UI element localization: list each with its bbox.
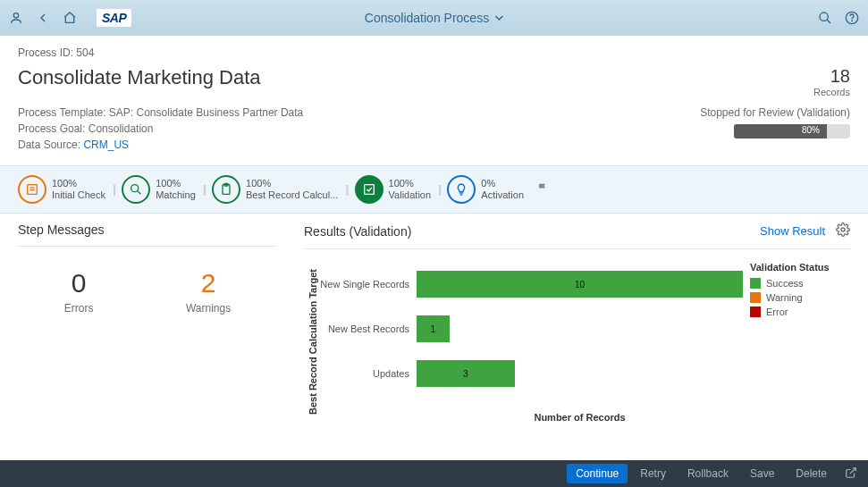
- process-goal: Process Goal: Consolidation: [18, 122, 303, 135]
- header-title: Consolidation Process: [365, 11, 489, 25]
- template-value: SAP: Consolidate Business Partner Data: [109, 106, 303, 119]
- process-train: 100%Initial Check || 100%Matching || 100…: [0, 165, 868, 214]
- template-label: Process Template:: [18, 106, 106, 119]
- bar-value: 3: [463, 369, 468, 379]
- bar-row: New Single Records 10: [318, 262, 743, 306]
- gear-icon[interactable]: [836, 223, 850, 239]
- step-text: 100%Initial Check: [52, 178, 105, 201]
- panel-title: Results (Validation): [304, 224, 411, 239]
- records-block: 18 Records: [813, 66, 850, 97]
- warnings-count: 2: [186, 268, 231, 298]
- bar-value: 10: [575, 280, 585, 290]
- legend-label: Warning: [766, 292, 803, 303]
- clipboard-icon: [212, 175, 240, 204]
- process-id: Process ID: 504: [18, 46, 850, 59]
- page-title: Consolidate Marketing Data: [18, 66, 260, 89]
- records-label: Records: [813, 87, 850, 97]
- back-icon[interactable]: [36, 11, 50, 25]
- step-matching[interactable]: 100%Matching: [122, 175, 196, 204]
- warnings-stat[interactable]: 2 Warnings: [186, 268, 231, 315]
- delete-button[interactable]: Delete: [787, 464, 836, 483]
- step-label: Matching: [156, 189, 196, 201]
- process-id-label: Process ID:: [18, 46, 73, 59]
- step-validation[interactable]: 100%Validation: [355, 175, 432, 204]
- footer-toolbar: Continue Retry Rollback Save Delete: [0, 460, 868, 487]
- bar-success[interactable]: 3: [417, 360, 515, 387]
- svg-point-0: [13, 13, 18, 18]
- header-right: [818, 11, 859, 25]
- svg-point-1: [820, 13, 828, 21]
- lightbulb-icon: [447, 175, 476, 204]
- bar-success[interactable]: 10: [417, 271, 743, 298]
- step-pct: 100%: [52, 178, 105, 189]
- legend-item-warning[interactable]: Warning: [750, 292, 850, 303]
- app-header: SAP Consolidation Process: [0, 0, 868, 36]
- bar-category: New Best Records: [318, 323, 417, 334]
- bar-area: 10: [417, 271, 743, 298]
- records-count: 18: [813, 66, 850, 87]
- step-label: Best Record Calcul...: [246, 189, 338, 201]
- process-id-value: 504: [76, 46, 94, 59]
- bar-area: 1: [417, 315, 743, 342]
- process-status: Stopped for Review (Validation): [700, 106, 850, 119]
- datasource-label: Data Source:: [18, 139, 80, 151]
- continue-button[interactable]: Continue: [567, 464, 628, 483]
- bar-area: 3: [417, 360, 743, 387]
- bar-category: Updates: [318, 368, 417, 379]
- chart: Best Record Calculation Target New Singl…: [304, 262, 850, 423]
- chevron-down-icon: [494, 13, 503, 22]
- rollback-button[interactable]: Rollback: [678, 464, 737, 483]
- home-icon[interactable]: [63, 11, 77, 25]
- panel-header: Results (Validation) Show Result: [304, 223, 850, 249]
- header-left: SAP: [9, 9, 131, 27]
- panels: Step Messages 0 Errors 2 Warnings Result…: [0, 223, 868, 423]
- step-pct: 100%: [389, 178, 432, 189]
- bar-row: New Best Records 1: [318, 306, 743, 351]
- step-initial-check[interactable]: 100%Initial Check: [18, 175, 105, 204]
- panel-title: Step Messages: [18, 223, 105, 237]
- show-result-link[interactable]: Show Result: [760, 224, 825, 238]
- search-icon[interactable]: [818, 11, 832, 25]
- goal-value: Consolidation: [88, 122, 154, 135]
- magnifier-icon: [122, 175, 150, 204]
- step-separator: ||: [438, 183, 440, 196]
- message-stats: 0 Errors 2 Warnings: [18, 259, 277, 315]
- step-messages-panel: Step Messages 0 Errors 2 Warnings: [18, 223, 277, 423]
- sap-logo: SAP: [97, 9, 131, 27]
- meta-right: Stopped for Review (Validation) 80%: [700, 106, 850, 151]
- legend-item-success[interactable]: Success: [750, 278, 850, 289]
- checklist-icon: [18, 175, 46, 204]
- chart-legend: Validation Status Success Warning Error: [743, 262, 850, 423]
- open-external-icon[interactable]: [845, 466, 857, 482]
- svg-point-13: [841, 228, 845, 231]
- progress-bar: 80%: [734, 124, 850, 139]
- step-label: Initial Check: [52, 189, 105, 201]
- bar-value: 1: [430, 324, 435, 334]
- retry-button[interactable]: Retry: [631, 464, 675, 483]
- progress-percent: 80%: [802, 125, 820, 135]
- legend-swatch: [750, 292, 761, 303]
- svg-line-14: [850, 467, 855, 473]
- help-icon[interactable]: [845, 11, 859, 25]
- bar-category: New Single Records: [318, 279, 417, 290]
- save-button[interactable]: Save: [741, 464, 783, 483]
- title-row: Consolidate Marketing Data 18 Records: [18, 66, 850, 97]
- errors-label: Errors: [64, 302, 94, 315]
- step-pct: 100%: [156, 178, 196, 189]
- datasource-link[interactable]: CRM_US: [83, 139, 129, 151]
- process-template: Process Template: SAP: Consolidate Busin…: [18, 106, 303, 119]
- header-title-dropdown[interactable]: Consolidation Process: [365, 11, 503, 25]
- step-best-record[interactable]: 100%Best Record Calcul...: [212, 175, 338, 204]
- flag-icon: [536, 182, 549, 197]
- step-pct: 0%: [481, 178, 524, 189]
- panel-actions: Show Result: [760, 223, 850, 239]
- svg-line-9: [137, 190, 140, 194]
- check-document-icon: [355, 175, 383, 204]
- svg-line-2: [827, 20, 830, 23]
- step-activation[interactable]: 0%Activation: [447, 175, 524, 204]
- errors-stat[interactable]: 0 Errors: [64, 268, 94, 315]
- info-section: Process ID: 504 Consolidate Marketing Da…: [0, 36, 868, 160]
- user-icon[interactable]: [9, 11, 23, 25]
- bar-success[interactable]: 1: [417, 315, 450, 342]
- legend-item-error[interactable]: Error: [750, 306, 850, 317]
